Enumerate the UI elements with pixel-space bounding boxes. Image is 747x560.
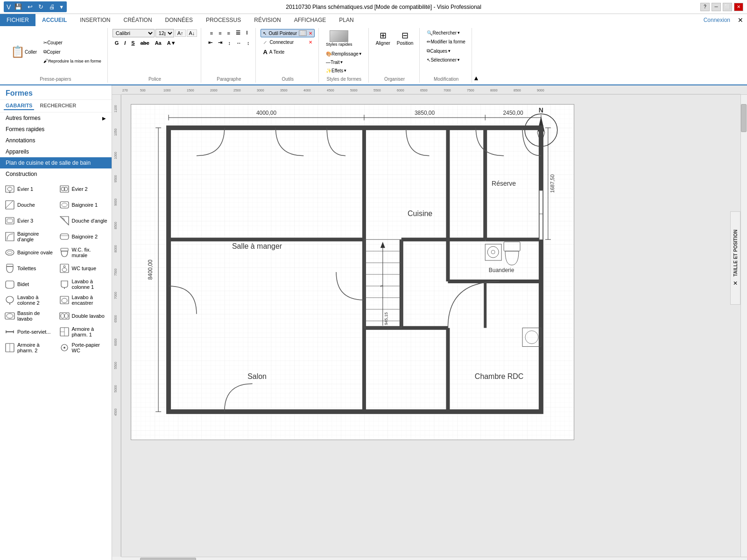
copier-button[interactable]: ⧉ Copier bbox=[41, 48, 104, 56]
shape-armoire-pharm2[interactable]: Armoire à pharm. 2 bbox=[2, 340, 56, 355]
help-button[interactable]: ? bbox=[700, 3, 710, 11]
align-right-button[interactable]: ≡ bbox=[225, 29, 233, 37]
tab-creation[interactable]: CRÉATION bbox=[117, 14, 158, 26]
couper-button[interactable]: ✂ Couper bbox=[41, 39, 104, 47]
shape-baignoire1[interactable]: Baignoire 1 bbox=[56, 197, 110, 212]
qat-area[interactable]: V 💾 ↩ ↻ 🖨 ▼ bbox=[4, 1, 67, 12]
close-ribbon-button[interactable]: ✕ bbox=[734, 14, 747, 26]
spacing2-button[interactable]: ↔ bbox=[234, 39, 244, 47]
trait-button[interactable]: — Trait▼ bbox=[324, 58, 365, 66]
font-color-button[interactable]: A▼ bbox=[165, 39, 178, 47]
indent-left-button[interactable]: ⇤ bbox=[206, 39, 215, 47]
selectionner-button[interactable]: ↖ Sélectionner▼ bbox=[424, 56, 467, 64]
shape-wc-fix[interactable]: W.C. fix. murale bbox=[56, 245, 110, 260]
tab-revision[interactable]: RÉVISION bbox=[247, 14, 287, 26]
scrollbar-thumb[interactable] bbox=[741, 104, 747, 132]
font-size-aa-button[interactable]: Aa bbox=[153, 39, 164, 47]
drawing-canvas[interactable]: N bbox=[121, 95, 747, 557]
tab-plan[interactable]: PLAN bbox=[332, 14, 360, 26]
connecteur-button[interactable]: ⟋ Connecteur ✕ bbox=[261, 38, 315, 46]
font-grow-button[interactable]: A↑ bbox=[175, 29, 186, 37]
minimize-button[interactable]: ─ bbox=[712, 3, 721, 11]
underline-button[interactable]: S bbox=[129, 39, 137, 47]
strikethrough-button[interactable]: abc bbox=[138, 39, 152, 47]
sidebar-item-annotations[interactable]: Annotations bbox=[0, 135, 112, 146]
tab-processus[interactable]: PROCESSUS bbox=[199, 14, 247, 26]
sidebar-item-appareils[interactable]: Appareils bbox=[0, 146, 112, 157]
horizontal-scrollbar[interactable] bbox=[121, 557, 747, 560]
font-selector[interactable]: Calibri bbox=[113, 29, 155, 37]
sidebar-item-formes-rapides[interactable]: Formes rapides bbox=[0, 124, 112, 135]
print-button[interactable]: 🖨 bbox=[47, 2, 57, 11]
spacing3-button[interactable]: ↕ bbox=[245, 39, 252, 47]
outil-pointeur-button[interactable]: ↖ Outil Pointeur ⬜ ✕ bbox=[261, 29, 315, 37]
tab-fichier[interactable]: FICHIER bbox=[0, 14, 35, 26]
indent-right-button[interactable]: ⇥ bbox=[216, 39, 225, 47]
shape-douche[interactable]: Douche bbox=[2, 197, 56, 212]
shape-evier1[interactable]: Évier 1 bbox=[2, 182, 56, 196]
spacing-button[interactable]: ↕ bbox=[226, 39, 233, 47]
close-tool-icon[interactable]: ✕ bbox=[309, 31, 312, 36]
sidebar-collapse-button[interactable]: ◀ bbox=[112, 331, 112, 350]
subtab-gabarits[interactable]: GABARITS bbox=[4, 102, 34, 110]
shape-bidet[interactable]: Bidet bbox=[2, 277, 56, 292]
connexion-label[interactable]: Connexion bbox=[700, 14, 734, 26]
shape-baignoire-ovale[interactable]: Baignoire ovale bbox=[2, 245, 56, 260]
shape-double-lavabo[interactable]: Double lavabo bbox=[56, 308, 110, 323]
connecteur-close-icon[interactable]: ✕ bbox=[309, 40, 312, 45]
taille-close-button[interactable]: ✕ bbox=[733, 280, 738, 287]
tab-affichage[interactable]: AFFICHAGE bbox=[288, 14, 333, 26]
restore-button[interactable]: ⬜ bbox=[723, 3, 732, 11]
tab-donnees[interactable]: DONNÉES bbox=[159, 14, 199, 26]
effets-button[interactable]: ✨ Effets▼ bbox=[324, 67, 365, 75]
undo-button[interactable]: ↩ bbox=[26, 2, 35, 11]
shape-bassin[interactable]: Bassin de lavabo bbox=[2, 308, 56, 323]
close-button[interactable]: ✕ bbox=[734, 3, 743, 11]
font-shrink-button[interactable]: A↓ bbox=[187, 29, 197, 37]
shape-wc-turque[interactable]: WC turque bbox=[56, 261, 110, 276]
aligner-button[interactable]: ⊞ Aligner bbox=[374, 29, 393, 47]
rechercher-button[interactable]: 🔍 Rechercher▼ bbox=[424, 29, 467, 37]
calques-button[interactable]: ⧉ Calques▼ bbox=[424, 47, 467, 55]
styles-rapides-button[interactable]: Styles rapides bbox=[324, 29, 355, 48]
align-left-button[interactable]: ≡ bbox=[208, 29, 215, 37]
shape-lavabo-encastrer[interactable]: Lavabo à encastrer bbox=[56, 293, 110, 308]
texte-button[interactable]: A A Texte bbox=[261, 47, 315, 57]
shape-evier2[interactable]: Évier 2 bbox=[56, 182, 110, 196]
modifier-forme-button[interactable]: ✏ Modifier la forme bbox=[424, 38, 467, 46]
font-size-selector[interactable]: 12pt bbox=[155, 29, 174, 37]
subtab-rechercher[interactable]: RECHERCHER bbox=[38, 102, 78, 110]
sidebar-item-autres-formes[interactable]: Autres formes ▶ bbox=[0, 112, 112, 124]
list2-button[interactable]: ⁞ bbox=[244, 29, 250, 37]
taille-panel[interactable]: TAILLE ET POSITION ✕ bbox=[730, 211, 740, 305]
save-button[interactable]: 💾 bbox=[13, 2, 24, 11]
bold-button[interactable]: G bbox=[113, 39, 121, 47]
redo-button[interactable]: ↻ bbox=[36, 2, 45, 11]
shape-lavabo-col2[interactable]: Lavabo à colonne 2 bbox=[2, 293, 56, 308]
position-button[interactable]: ⊟ Position bbox=[395, 29, 416, 47]
shape-toilettes[interactable]: Toilettes bbox=[2, 261, 56, 276]
reproduire-button[interactable]: 🖌 Reproduire la mise en forme bbox=[41, 57, 104, 65]
shape-lavabo-col1[interactable]: Lavabo à colonne 1 bbox=[56, 277, 110, 292]
shape-baignoire2[interactable]: Baignoire 2 bbox=[56, 229, 110, 244]
tab-accueil[interactable]: ACCUEIL bbox=[35, 14, 73, 26]
shape-armoire-pharm1[interactable]: Armoire à pharm. 1 bbox=[56, 324, 110, 339]
shape-porte-papier[interactable]: Porte-papier WC bbox=[56, 340, 110, 355]
ribbon-collapse-button[interactable]: ▲ bbox=[473, 74, 479, 82]
shape-douche-angle[interactable]: Douche d'angle bbox=[56, 213, 110, 228]
list-button[interactable]: ☰ bbox=[233, 29, 243, 37]
coller-button[interactable]: 📋 Coller bbox=[7, 44, 40, 60]
sidebar-item-construction[interactable]: Construction bbox=[0, 168, 112, 180]
sidebar-item-plan-cuisine[interactable]: Plan de cuisine et de salle de bain bbox=[0, 157, 112, 168]
remplissage-button[interactable]: 🎨 Remplissage▼ bbox=[324, 50, 365, 58]
window-controls[interactable]: ? ─ ⬜ ✕ bbox=[700, 3, 743, 11]
drawing-paper[interactable]: N bbox=[131, 104, 574, 440]
shape-baignoire-angle[interactable]: Baignoire d'angle bbox=[2, 229, 56, 244]
italic-button[interactable]: I bbox=[122, 39, 128, 47]
shape-evier3[interactable]: Évier 3 bbox=[2, 213, 56, 228]
align-center-button[interactable]: ≡ bbox=[216, 29, 224, 37]
shape-porte-serviet[interactable]: Porte-serviet... bbox=[2, 324, 56, 339]
right-scrollbar[interactable] bbox=[740, 95, 747, 557]
hscrollbar-thumb[interactable] bbox=[140, 558, 196, 560]
tab-insertion[interactable]: INSERTION bbox=[73, 14, 117, 26]
